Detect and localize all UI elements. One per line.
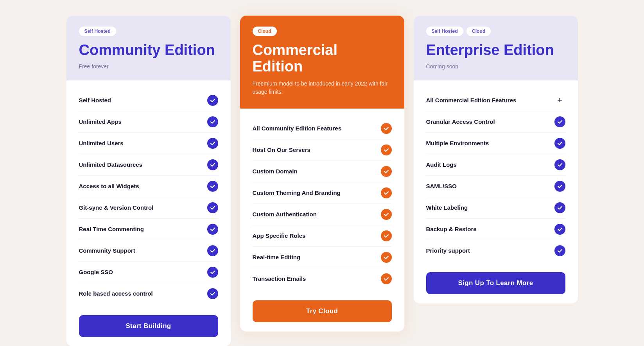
feature-item: Host On Our Servers bbox=[253, 139, 392, 161]
feature-label: Priority support bbox=[426, 247, 470, 254]
feature-item: Audit Logs bbox=[426, 154, 565, 176]
feature-item: Multiple Environments bbox=[426, 133, 565, 154]
feature-label: Host On Our Servers bbox=[253, 146, 310, 153]
feature-item: Custom Domain bbox=[253, 161, 392, 182]
feature-label: All Commercial Edition Features bbox=[426, 97, 517, 103]
enterprise-badge-row: Self Hosted Cloud bbox=[426, 27, 565, 36]
check-icon bbox=[554, 159, 565, 170]
check-icon bbox=[207, 116, 218, 127]
feature-label: App Specific Roles bbox=[253, 232, 306, 239]
check-icon bbox=[207, 288, 218, 299]
check-icon bbox=[554, 202, 565, 213]
community-header: Self Hosted Community Edition Free forev… bbox=[66, 16, 231, 80]
feature-label: Custom Theming And Branding bbox=[253, 189, 341, 196]
community-cta-button[interactable]: Start Building bbox=[79, 315, 218, 337]
commercial-subtitle: Freemium model to be introduced in early… bbox=[253, 80, 392, 96]
commercial-badge: Cloud bbox=[253, 27, 277, 36]
check-icon bbox=[554, 245, 565, 256]
check-icon bbox=[381, 230, 392, 241]
feature-item: All Commercial Edition Features + bbox=[426, 90, 565, 111]
feature-label: Real-time Editing bbox=[253, 254, 301, 260]
feature-label: All Community Edition Features bbox=[253, 125, 342, 132]
check-icon bbox=[381, 273, 392, 284]
check-icon bbox=[554, 116, 565, 127]
feature-item: Google SSO bbox=[79, 262, 218, 283]
check-icon bbox=[207, 181, 218, 192]
feature-label: Access to all Widgets bbox=[79, 183, 139, 189]
feature-item: Unlimited Apps bbox=[79, 111, 218, 133]
enterprise-body: All Commercial Edition Features + Granul… bbox=[414, 80, 578, 303]
check-icon bbox=[207, 159, 218, 170]
feature-item: Unlimited Users bbox=[79, 133, 218, 154]
check-icon bbox=[554, 181, 565, 192]
feature-item: Real-time Editing bbox=[253, 247, 392, 268]
commercial-card: Cloud Commercial Edition Freemium model … bbox=[240, 16, 404, 332]
enterprise-badge-cloud: Cloud bbox=[466, 27, 491, 36]
community-feature-list: Self Hosted Unlimited Apps Unlimited Use… bbox=[79, 90, 218, 304]
community-badge: Self Hosted bbox=[79, 27, 116, 36]
commercial-title: Commercial Edition bbox=[253, 42, 392, 75]
check-icon bbox=[381, 123, 392, 134]
community-subtitle: Free forever bbox=[79, 63, 218, 70]
feature-item: Granular Access Control bbox=[426, 111, 565, 133]
feature-item: White Labeling bbox=[426, 197, 565, 219]
feature-label: Unlimited Apps bbox=[79, 118, 122, 125]
check-icon bbox=[207, 267, 218, 278]
check-icon bbox=[381, 187, 392, 198]
enterprise-badge-selfhosted: Self Hosted bbox=[426, 27, 463, 36]
commercial-body: All Community Edition Features Host On O… bbox=[240, 109, 404, 332]
feature-label: Multiple Environments bbox=[426, 140, 489, 146]
feature-item: Self Hosted bbox=[79, 90, 218, 111]
enterprise-header: Self Hosted Cloud Enterprise Edition Com… bbox=[414, 16, 578, 80]
check-icon bbox=[381, 252, 392, 263]
check-icon bbox=[207, 138, 218, 149]
feature-label: Google SSO bbox=[79, 269, 113, 275]
enterprise-cta-button[interactable]: Sign Up To Learn More bbox=[426, 272, 565, 294]
feature-item: Backup & Restore bbox=[426, 219, 565, 240]
feature-item: Priority support bbox=[426, 240, 565, 261]
check-icon bbox=[381, 144, 392, 155]
check-icon bbox=[207, 245, 218, 256]
feature-label: Audit Logs bbox=[426, 161, 457, 168]
feature-label: Backup & Restore bbox=[426, 226, 477, 232]
feature-label: Unlimited Users bbox=[79, 140, 124, 146]
feature-label: Git-sync & Version Control bbox=[79, 204, 154, 211]
community-body: Self Hosted Unlimited Apps Unlimited Use… bbox=[66, 80, 231, 346]
community-badge-row: Self Hosted bbox=[79, 27, 218, 36]
feature-label: Unlimited Datasources bbox=[79, 161, 143, 168]
feature-item: SAML/SSO bbox=[426, 176, 565, 197]
feature-label: Transaction Emails bbox=[253, 275, 306, 282]
check-icon bbox=[207, 202, 218, 213]
feature-item: All Community Edition Features bbox=[253, 118, 392, 139]
feature-label: Custom Domain bbox=[253, 168, 298, 175]
enterprise-card: Self Hosted Cloud Enterprise Edition Com… bbox=[414, 16, 578, 303]
check-icon bbox=[207, 224, 218, 235]
feature-item: Access to all Widgets bbox=[79, 176, 218, 197]
feature-item: Community Support bbox=[79, 240, 218, 262]
feature-item: Git-sync & Version Control bbox=[79, 197, 218, 219]
check-icon bbox=[207, 95, 218, 106]
feature-item: Real Time Commenting bbox=[79, 219, 218, 240]
pricing-container: Self Hosted Community Edition Free forev… bbox=[48, 16, 596, 346]
feature-label: Self Hosted bbox=[79, 97, 111, 103]
feature-item: Role based access control bbox=[79, 283, 218, 304]
plus-icon: + bbox=[554, 95, 565, 106]
check-icon bbox=[554, 224, 565, 235]
feature-label: Role based access control bbox=[79, 290, 153, 297]
enterprise-title: Enterprise Edition bbox=[426, 42, 565, 59]
commercial-cta-button[interactable]: Try Cloud bbox=[253, 300, 392, 322]
commercial-header: Cloud Commercial Edition Freemium model … bbox=[240, 16, 404, 109]
community-card: Self Hosted Community Edition Free forev… bbox=[66, 16, 231, 346]
feature-label: White Labeling bbox=[426, 204, 468, 211]
community-title: Community Edition bbox=[79, 42, 218, 59]
feature-label: SAML/SSO bbox=[426, 183, 457, 189]
check-icon bbox=[381, 209, 392, 220]
feature-item: Unlimited Datasources bbox=[79, 154, 218, 176]
feature-label: Granular Access Control bbox=[426, 118, 495, 125]
feature-item: Custom Authentication bbox=[253, 204, 392, 225]
enterprise-subtitle: Coming soon bbox=[426, 63, 565, 70]
feature-label: Community Support bbox=[79, 247, 135, 254]
check-icon bbox=[554, 138, 565, 149]
feature-label: Custom Authentication bbox=[253, 211, 317, 218]
commercial-feature-list: All Community Edition Features Host On O… bbox=[253, 118, 392, 289]
